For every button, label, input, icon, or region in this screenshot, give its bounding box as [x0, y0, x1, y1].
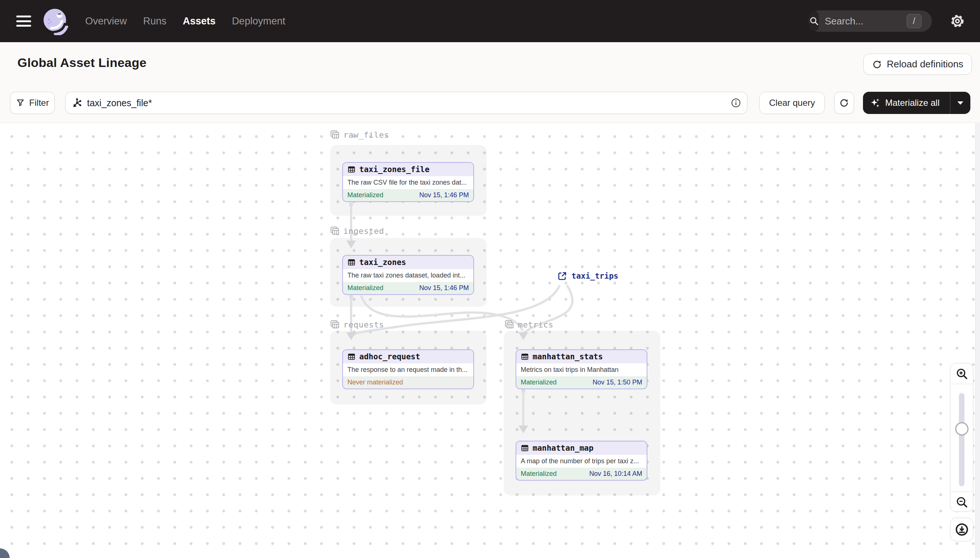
vertical-scrollbar[interactable] [975, 123, 980, 558]
menu-icon[interactable] [16, 16, 31, 27]
zoom-out-button[interactable] [950, 491, 973, 512]
zoom-in-button[interactable] [950, 363, 973, 384]
query-info-icon[interactable] [731, 98, 741, 108]
refresh-button[interactable] [834, 92, 854, 114]
asset-name: adhoc_request [359, 352, 420, 361]
corner-button-partial [0, 548, 10, 558]
zoom-in-icon [955, 368, 968, 380]
reload-icon [872, 59, 882, 70]
asset-node-manhattan_map[interactable]: manhattan_map A map of the number of tri… [516, 441, 647, 481]
group-label-requests[interactable]: requests [330, 320, 384, 329]
external-link-icon [557, 271, 567, 281]
global-search[interactable]: / [809, 10, 932, 32]
asset-description: The raw CSV file for the taxi zones dat.… [348, 179, 467, 187]
status-badge: Materialized [521, 379, 557, 386]
table-icon [521, 444, 529, 452]
external-asset-taxi_trips[interactable]: taxi_trips [557, 271, 618, 281]
asset-node-adhoc_request[interactable]: adhoc_request The response to an request… [342, 349, 474, 389]
materialize-all-split-button: Materialize all [863, 92, 970, 114]
asset-description: A map of the number of trips per taxi z.… [521, 457, 639, 465]
reload-definitions-button[interactable]: Reload definitions [863, 54, 972, 75]
nav-assets[interactable]: Assets [183, 16, 216, 27]
asset-node-taxi_zones[interactable]: taxi_zones The raw taxi zones dataset, l… [342, 255, 474, 295]
op-selector-icon [71, 97, 82, 108]
settings-gear-icon[interactable] [950, 13, 965, 29]
group-label-raw-files[interactable]: raw_files [330, 130, 389, 140]
page-title: Global Asset Lineage [17, 56, 147, 70]
asset-selection-value: taxi_zones_file* [87, 98, 152, 108]
refresh-icon [839, 98, 849, 108]
asset-description: Metrics on taxi trips in Manhattan [521, 366, 619, 374]
group-label-metrics[interactable]: metrics [504, 320, 553, 329]
group-table-icon [330, 130, 339, 140]
group-table-icon [330, 226, 339, 236]
search-icon [809, 11, 819, 31]
lineage-canvas[interactable]: raw_files ingested requests metrics taxi… [0, 123, 980, 558]
filter-button[interactable]: Filter [10, 92, 55, 114]
zoom-controls [950, 363, 973, 512]
asset-description: The response to an request made in th... [348, 366, 468, 374]
table-icon [348, 258, 356, 266]
group-label-ingested[interactable]: ingested [330, 226, 384, 236]
asset-selection-input[interactable]: taxi_zones_file* [65, 92, 748, 114]
dagster-logo-icon[interactable] [41, 7, 69, 35]
top-nav: Overview Runs Assets Deployment / [0, 0, 980, 42]
materialization-timestamp[interactable]: Nov 15, 1:46 PM [419, 191, 469, 199]
asset-name: taxi_zones_file [359, 165, 430, 174]
nav-overview[interactable]: Overview [85, 16, 127, 27]
status-badge: Materialized [348, 284, 383, 292]
asset-name: taxi_zones [359, 258, 406, 267]
status-badge: Never materialized [348, 379, 403, 386]
zoom-slider-handle[interactable] [955, 422, 968, 435]
materialization-timestamp[interactable]: Nov 16, 10:14 AM [589, 470, 642, 478]
search-shortcut-badge: / [907, 14, 921, 28]
asset-name: manhattan_stats [533, 352, 603, 361]
status-badge: Materialized [521, 470, 557, 478]
chevron-down-icon [957, 102, 964, 105]
zoom-slider-track[interactable] [959, 393, 964, 486]
table-icon [348, 353, 356, 361]
asset-node-taxi_zones_file[interactable]: taxi_zones_file The raw CSV file for the… [342, 162, 474, 202]
nav-deployment[interactable]: Deployment [232, 16, 285, 27]
materialization-timestamp[interactable]: Nov 15, 1:46 PM [419, 284, 469, 292]
clear-query-button[interactable]: Clear query [759, 92, 825, 114]
status-badge: Materialized [348, 191, 383, 199]
zoom-out-icon [955, 496, 968, 509]
materialization-timestamp[interactable]: Nov 15, 1:50 PM [593, 379, 642, 386]
table-icon [521, 353, 529, 361]
nav-runs[interactable]: Runs [143, 16, 167, 27]
sparkle-icon [870, 97, 881, 108]
materialize-options-button[interactable] [950, 102, 970, 105]
asset-name: manhattan_map [533, 444, 593, 453]
download-icon [955, 522, 969, 537]
page-header: Global Asset Lineage Reload definitions … [0, 42, 980, 123]
asset-node-manhattan_stats[interactable]: manhattan_stats Metrics on taxi trips in… [516, 349, 647, 389]
materialize-all-button[interactable]: Materialize all [863, 97, 950, 108]
download-image-button[interactable] [950, 518, 973, 542]
asset-description: The raw taxi zones dataset, loaded int..… [348, 272, 465, 279]
group-table-icon [330, 320, 339, 329]
table-icon [348, 166, 356, 174]
primary-nav: Overview Runs Assets Deployment [85, 16, 285, 27]
filter-icon [16, 98, 25, 107]
search-input[interactable] [819, 16, 949, 27]
lineage-edges [0, 123, 980, 558]
group-table-icon [504, 320, 514, 329]
